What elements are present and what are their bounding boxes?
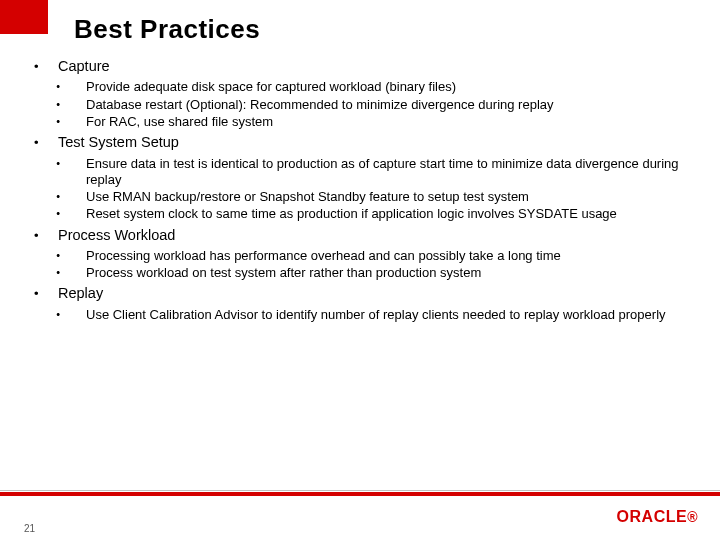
section-header: • Replay — [34, 285, 692, 302]
bullet-icon: • — [34, 79, 86, 94]
bullet-icon: • — [34, 265, 86, 280]
list-item: • Provide adequate disk space for captur… — [34, 79, 692, 95]
section-header: • Process Workload — [34, 227, 692, 244]
section-header: • Capture — [34, 58, 692, 75]
bullet-icon: • — [34, 135, 58, 151]
bullet-icon: • — [34, 286, 58, 302]
item-text: Processing workload has performance over… — [86, 248, 692, 264]
sub-list: • Processing workload has performance ov… — [34, 248, 692, 282]
list-item: • Processing workload has performance ov… — [34, 248, 692, 264]
item-text: Process workload on test system after ra… — [86, 265, 692, 281]
bullet-icon: • — [34, 59, 58, 75]
sub-list: • Provide adequate disk space for captur… — [34, 79, 692, 130]
footer-divider — [0, 492, 720, 496]
item-text: Use RMAN backup/restore or Snapshot Stan… — [86, 189, 692, 205]
item-text: Provide adequate disk space for captured… — [86, 79, 692, 95]
list-item: • Process workload on test system after … — [34, 265, 692, 281]
brand-logo: ORACLE® — [617, 508, 698, 526]
section-title: Process Workload — [58, 227, 175, 244]
page-title: Best Practices — [74, 14, 260, 45]
list-item: • Ensure data in test is identical to pr… — [34, 156, 692, 189]
bullet-icon: • — [34, 206, 86, 221]
item-text: Database restart (Optional): Recommended… — [86, 97, 692, 113]
item-text: Ensure data in test is identical to prod… — [86, 156, 692, 189]
item-text: For RAC, use shared file system — [86, 114, 692, 130]
item-text: Reset system clock to same time as produ… — [86, 206, 692, 222]
bullet-icon: • — [34, 228, 58, 244]
section-title: Capture — [58, 58, 110, 75]
list-item: • Database restart (Optional): Recommend… — [34, 97, 692, 113]
section-capture: • Capture • Provide adequate disk space … — [34, 58, 692, 130]
section-header: • Test System Setup — [34, 134, 692, 151]
sub-list: • Use Client Calibration Advisor to iden… — [34, 307, 692, 323]
list-item: • For RAC, use shared file system — [34, 114, 692, 130]
bullet-icon: • — [34, 307, 86, 322]
bullet-icon: • — [34, 189, 86, 204]
slide-number: 21 — [24, 523, 35, 534]
bullet-icon: • — [34, 97, 86, 112]
section-replay: • Replay • Use Client Calibration Adviso… — [34, 285, 692, 323]
list-item: • Reset system clock to same time as pro… — [34, 206, 692, 222]
section-process-workload: • Process Workload • Processing workload… — [34, 227, 692, 282]
bullet-icon: • — [34, 114, 86, 129]
bullet-icon: • — [34, 156, 86, 171]
section-title: Test System Setup — [58, 134, 179, 151]
list-item: • Use Client Calibration Advisor to iden… — [34, 307, 692, 323]
header-accent-block — [0, 0, 48, 34]
section-title: Replay — [58, 285, 103, 302]
content-area: • Capture • Provide adequate disk space … — [34, 58, 692, 327]
brand-dot-icon: ® — [687, 509, 698, 525]
item-text: Use Client Calibration Advisor to identi… — [86, 307, 692, 323]
sub-list: • Ensure data in test is identical to pr… — [34, 156, 692, 223]
brand-text: ORACLE — [617, 508, 688, 525]
bullet-icon: • — [34, 248, 86, 263]
section-test-system-setup: • Test System Setup • Ensure data in tes… — [34, 134, 692, 222]
list-item: • Use RMAN backup/restore or Snapshot St… — [34, 189, 692, 205]
